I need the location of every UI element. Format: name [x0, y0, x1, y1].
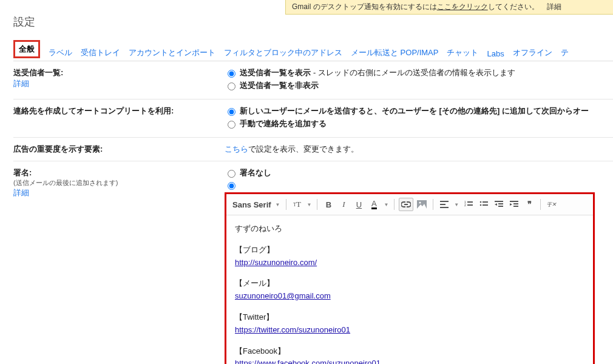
notif-detail-link[interactable]: 詳細	[547, 2, 561, 11]
font-family-caret-icon[interactable]: ▼	[274, 202, 282, 207]
underline-button[interactable]: U	[352, 198, 365, 211]
people-widget-show-desc: - スレッドの右側にメールの送受信者の情報を表示します	[313, 67, 515, 78]
ads-here-link[interactable]: こちら	[225, 144, 248, 153]
font-size-button[interactable]: TT	[291, 198, 304, 211]
align-button[interactable]	[438, 198, 451, 211]
sig-blog-head: 【ブログ】	[235, 244, 584, 257]
indent-more-button[interactable]	[507, 198, 521, 211]
ordered-list-button[interactable]: 12	[462, 198, 475, 211]
notif-click-here-link[interactable]: ここをクリック	[437, 2, 488, 11]
tab-offline[interactable]: オフライン	[513, 47, 552, 58]
svg-point-5	[480, 204, 482, 206]
autocomplete-auto-label: 新しいユーザーにメールを送信すると、そのユーザーを [その他の連絡先] に追加し…	[240, 106, 589, 116]
sig-mail-link[interactable]: suzunoneiro01@gmail.com	[235, 291, 331, 300]
people-widget-show-label: 送受信者一覧を表示	[240, 67, 311, 78]
signature-none-radio[interactable]	[228, 170, 235, 178]
font-family-selector[interactable]: Sans Serif	[232, 200, 273, 209]
sig-facebook-head: 【Facebook】	[235, 345, 584, 358]
unordered-list-button[interactable]	[477, 198, 490, 211]
notif-text-suffix: してください。	[488, 2, 539, 11]
tab-accounts[interactable]: アカウントとインポート	[129, 47, 215, 58]
align-caret-icon[interactable]: ▼	[453, 202, 460, 207]
tab-labels[interactable]: ラベル	[49, 47, 72, 58]
signature-use-radio[interactable]	[228, 182, 235, 190]
indent-less-button[interactable]	[492, 198, 506, 211]
signature-detail-link[interactable]: 詳細	[13, 188, 29, 197]
tab-filters[interactable]: フィルタとブロック中のアドレス	[224, 47, 342, 58]
text-color-caret-icon[interactable]: ▼	[382, 202, 390, 207]
sig-name-line: すずのねいろ	[235, 223, 584, 235]
svg-text:2: 2	[464, 203, 466, 207]
font-size-caret-icon[interactable]: ▼	[306, 202, 313, 207]
ads-rest-text: で設定を表示、変更できます。	[248, 144, 359, 153]
toolbar-sep	[433, 199, 433, 210]
tab-inbox[interactable]: 受信トレイ	[81, 47, 120, 58]
signature-label: 署名:	[13, 167, 220, 178]
tab-general[interactable]: 全般	[13, 40, 40, 58]
people-widget-show-radio[interactable]	[228, 70, 235, 78]
clear-format-button[interactable]: T✕	[545, 198, 558, 211]
desktop-notif-banner: Gmail のデスクトップ通知を有効にするにはここをクリックしてください。 詳細	[285, 0, 613, 15]
autocomplete-auto-radio[interactable]	[228, 108, 235, 116]
toolbar-sep	[540, 199, 541, 210]
quote-button[interactable]: ❞	[523, 198, 536, 211]
page-title: 設定	[13, 15, 613, 29]
toolbar-sep	[394, 199, 395, 210]
signature-editor[interactable]: すずのねいろ 【ブログ】 http://suzunoneiro.com/ 【メー…	[226, 215, 593, 364]
tab-labs[interactable]: Labs	[487, 49, 504, 58]
sig-mail-head: 【メール】	[235, 277, 584, 290]
signature-subnote: (送信メールの最後に追加されます)	[13, 178, 220, 187]
tab-themes[interactable]: テ	[561, 47, 569, 58]
tab-forwarding[interactable]: メール転送と POP/IMAP	[351, 47, 438, 58]
sig-facebook-link[interactable]: https://www.facebook.com/suzunoneiro01	[235, 359, 381, 364]
bold-button[interactable]: B	[322, 198, 335, 211]
settings-tabs: 全般 ラベル 受信トレイ アカウントとインポート フィルタとブロック中のアドレス…	[13, 40, 613, 61]
text-color-button[interactable]: A	[367, 198, 381, 211]
image-button[interactable]	[415, 198, 428, 211]
notif-text-prefix: Gmail のデスクトップ通知を有効にするには	[292, 2, 437, 11]
toolbar-sep	[317, 199, 317, 210]
sig-twitter-head: 【Twitter】	[235, 311, 584, 324]
autocomplete-manual-label: 手動で連絡先を追加する	[240, 118, 327, 129]
sig-twitter-link[interactable]: https://twitter.com/suzunoneiro01	[235, 325, 350, 334]
ads-label: 広告の重要度を示す要素:	[13, 144, 103, 153]
toolbar-sep	[286, 199, 286, 210]
italic-button[interactable]: I	[337, 198, 350, 211]
tab-chat[interactable]: チャット	[447, 47, 478, 58]
autocomplete-label: 連絡先を作成してオートコンプリートを利用:	[13, 106, 174, 115]
sig-blog-link[interactable]: http://suzunoneiro.com/	[235, 258, 317, 267]
svg-point-1	[419, 202, 421, 204]
signature-none-label: 署名なし	[240, 167, 271, 178]
autocomplete-manual-radio[interactable]	[228, 121, 235, 129]
people-widget-hide-radio[interactable]	[228, 83, 235, 90]
people-widget-label: 送受信者一覧:	[13, 67, 220, 78]
signature-editor-box: Sans Serif ▼ TT ▼ B I U	[225, 192, 595, 364]
people-widget-detail-link[interactable]: 詳細	[13, 79, 29, 88]
people-widget-hide-label: 送受信者一覧を非表示	[240, 80, 319, 91]
link-button[interactable]	[399, 198, 413, 211]
svg-point-4	[480, 201, 482, 203]
signature-toolbar: Sans Serif ▼ TT ▼ B I U	[226, 194, 593, 215]
